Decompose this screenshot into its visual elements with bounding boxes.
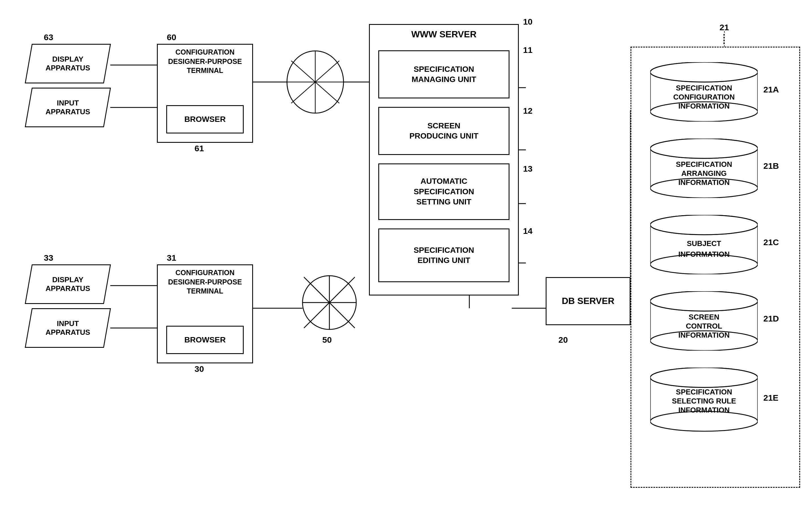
label-50: 50	[322, 335, 332, 345]
label-21e: 21E	[763, 393, 778, 402]
input-apparatus-top: INPUT APPARATUS	[25, 88, 111, 127]
label-31: 31	[167, 253, 176, 263]
label-60: 60	[167, 32, 176, 42]
svg-text:INFORMATION: INFORMATION	[678, 250, 730, 258]
label-61: 61	[194, 144, 204, 153]
browser-top: BROWSER	[166, 105, 244, 133]
network-circle-bottom	[301, 274, 358, 331]
svg-point-62	[650, 368, 758, 387]
label-13: 13	[523, 164, 532, 174]
svg-text:CONFIGURATION: CONFIGURATION	[673, 93, 735, 101]
cylinder-21c: SUBJECT INFORMATION	[650, 215, 758, 274]
label-63: 63	[44, 32, 53, 42]
label-21c: 21C	[763, 237, 779, 247]
display-apparatus-bottom: DISPLAY APPARATUS	[25, 264, 111, 304]
label-21-line	[724, 31, 725, 48]
config-terminal-top-label: CONFIGURATIONDESIGNER-PURPOSETERMINAL	[158, 48, 252, 75]
svg-text:ARRANGING: ARRANGING	[681, 169, 727, 178]
svg-point-42	[650, 138, 758, 158]
spec-editing-unit: SPECIFICATIONEDITING UNIT	[378, 229, 509, 282]
svg-text:SPECIFICATION: SPECIFICATION	[676, 388, 732, 396]
diagram-container: 63 DISPLAY APPARATUS 62 INPUT APPARATUS …	[0, 0, 812, 520]
svg-text:INFORMATION: INFORMATION	[678, 102, 730, 110]
cylinder-21a: SPECIFICATION CONFIGURATION INFORMATION	[650, 62, 758, 122]
label-10: 10	[523, 17, 532, 27]
auto-spec-setting-unit: AUTOMATICSPECIFICATIONSETTING UNIT	[378, 163, 509, 220]
svg-point-35	[650, 62, 758, 82]
label-11: 11	[523, 45, 532, 55]
input-apparatus-bottom: INPUT APPARATUS	[25, 308, 111, 348]
label-21: 21	[719, 23, 729, 32]
svg-point-55	[650, 291, 758, 311]
svg-text:INFORMATION: INFORMATION	[678, 178, 730, 187]
svg-point-61	[650, 411, 758, 431]
label-21d: 21D	[763, 314, 779, 323]
svg-text:INFORMATION: INFORMATION	[678, 406, 730, 414]
svg-text:SUBJECT: SUBJECT	[687, 239, 721, 248]
svg-text:SPECIFICATION: SPECIFICATION	[676, 84, 732, 92]
label-30: 30	[194, 364, 204, 374]
svg-text:SPECIFICATION: SPECIFICATION	[676, 160, 732, 168]
config-designer-terminal-top: CONFIGURATIONDESIGNER-PURPOSETERMINAL 61…	[157, 44, 253, 143]
browser-bottom: BROWSER	[166, 326, 244, 354]
db-server: DB SERVER	[546, 277, 630, 325]
config-terminal-bottom-label: CONFIGURATIONDESIGNER-PURPOSETERMINAL	[158, 268, 252, 296]
cylinder-21e: SPECIFICATION SELECTING RULE INFORMATION	[650, 368, 758, 433]
config-designer-terminal-bottom: CONFIGURATIONDESIGNER-PURPOSETERMINAL 30…	[157, 264, 253, 363]
svg-text:CONTROL: CONTROL	[686, 322, 723, 330]
screen-producing-unit: SCREENPRODUCING UNIT	[378, 107, 509, 155]
label-33: 33	[44, 253, 53, 263]
spec-managing-unit: SPECIFICATIONMANAGING UNIT	[378, 50, 509, 98]
network-ellipse-top	[286, 50, 345, 114]
label-14: 14	[523, 226, 532, 236]
svg-text:SELECTING RULE: SELECTING RULE	[672, 397, 736, 405]
label-20: 20	[558, 335, 568, 345]
label-12: 12	[523, 106, 532, 116]
display-apparatus-top: DISPLAY APPARATUS	[25, 44, 111, 83]
label-21b: 21B	[763, 161, 779, 171]
www-server-label: WWW SERVER	[370, 29, 518, 40]
svg-point-49	[650, 215, 758, 235]
svg-text:SCREEN: SCREEN	[689, 313, 719, 321]
cylinder-21d: SCREEN CONTROL INFORMATION	[650, 291, 758, 350]
label-21a: 21A	[763, 85, 779, 95]
www-server-box: WWW SERVER SPECIFICATIONMANAGING UNIT SC…	[369, 24, 519, 295]
svg-text:INFORMATION: INFORMATION	[678, 331, 730, 339]
cylinder-21b: SPECIFICATION ARRANGING INFORMATION	[650, 138, 758, 198]
